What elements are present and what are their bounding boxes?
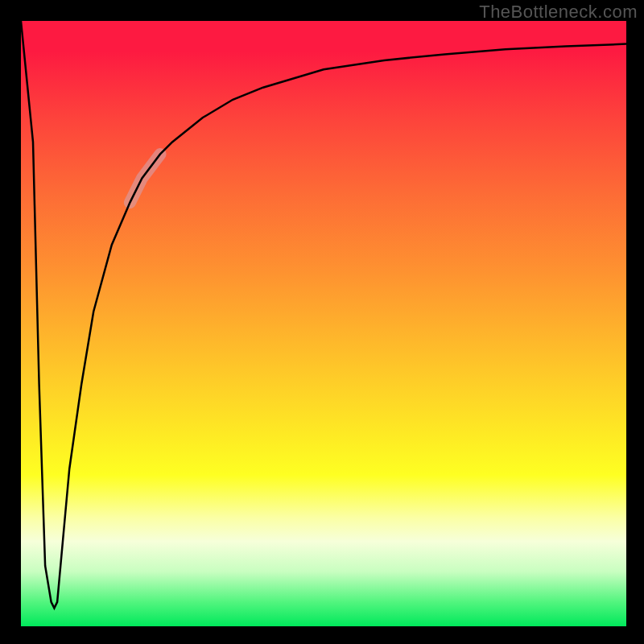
bottleneck-curve — [21, 21, 626, 608]
curve-svg — [21, 21, 626, 626]
watermark-text: TheBottleneck.com — [479, 2, 638, 23]
chart-stage: TheBottleneck.com — [0, 0, 644, 644]
